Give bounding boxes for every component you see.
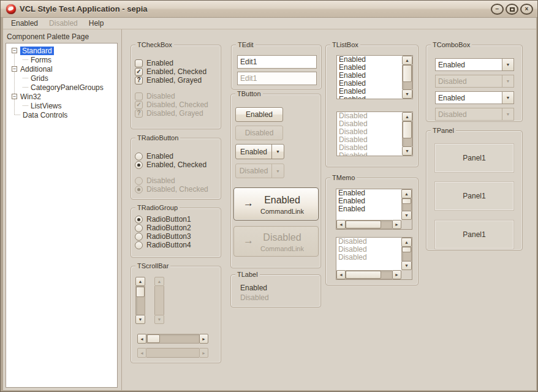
listbox-enabled[interactable]: Enabled Enabled Enabled Enabled Enabled …	[336, 55, 413, 99]
tree-item-additional[interactable]: − Additional	[6, 64, 117, 74]
tree-item-categorypanelgroups[interactable]: CategoryPanelGroups	[6, 83, 117, 92]
radio-checked-icon[interactable]	[135, 216, 143, 224]
scroll-track[interactable]	[135, 286, 145, 315]
checkbox-grayed-icon[interactable]: ?	[135, 77, 143, 85]
vertical-scrollbar-enabled[interactable]: ▲ ▼	[135, 277, 145, 324]
radio-label: RadioButton4	[146, 241, 191, 249]
tree-item-win32[interactable]: − Win32	[6, 92, 117, 101]
checkbox-enabled-checked[interactable]: ✓ Enabled, Checked	[135, 67, 206, 76]
scroll-left-button[interactable]: ◄	[336, 220, 346, 229]
tree-label[interactable]: Standard	[20, 47, 54, 55]
tree-item-data-controls[interactable]: Data Controls	[6, 110, 117, 119]
radiogroup-item-4[interactable]: RadioButton4	[135, 241, 191, 249]
scroll-track[interactable]	[346, 220, 392, 229]
scroll-up-button[interactable]: ▲	[402, 56, 412, 65]
menu-enabled[interactable]: Enabled	[6, 18, 44, 29]
combobox-enabled-2[interactable]: Enabled ▼	[435, 91, 514, 104]
memo-horizontal-scrollbar[interactable]: ◄ ►	[336, 220, 401, 229]
tree-item-standard[interactable]: − Standard	[6, 46, 117, 55]
dropdown-icon: ▼	[506, 79, 510, 83]
close-button[interactable]: ×	[520, 4, 533, 15]
component-tree[interactable]: − Standard Forms − Additional Grids Cate…	[6, 43, 118, 388]
tree-label[interactable]: Data Controls	[23, 111, 67, 119]
arrow-down-icon: ▼	[404, 263, 409, 268]
arrow-up-icon: ▲	[138, 279, 143, 284]
tree-label[interactable]: Additional	[20, 65, 53, 74]
tree-item-forms[interactable]: Forms	[6, 55, 117, 64]
tree-label[interactable]: Forms	[31, 56, 51, 64]
scroll-left-button[interactable]: ◄	[137, 334, 146, 344]
collapse-icon[interactable]: −	[12, 66, 17, 72]
split-button-disabled: Disabled ▼	[235, 164, 284, 178]
combobox-dropdown-button[interactable]: ▼	[502, 92, 513, 104]
combobox-enabled-1[interactable]: Enabled ▼	[435, 58, 514, 71]
combobox-dropdown-button: ▼	[502, 108, 513, 120]
checkbox-enabled[interactable]: Enabled	[135, 59, 173, 67]
scroll-thumb[interactable]	[136, 287, 145, 297]
scroll-down-button[interactable]: ▼	[135, 315, 145, 324]
checkbox-checked-icon: ✓	[135, 101, 143, 109]
panel-2: Panel1	[434, 181, 514, 211]
scroll-left-button: ◄	[336, 270, 346, 279]
button-enabled[interactable]: Enabled	[235, 107, 283, 122]
checkbox-grayed-icon: ?	[135, 110, 143, 118]
radio-icon[interactable]	[135, 224, 143, 232]
menu-disabled: Disabled	[44, 18, 83, 29]
tree-label[interactable]: Win32	[20, 92, 41, 101]
scroll-down-button[interactable]: ▼	[401, 211, 412, 220]
memo-vertical-scrollbar[interactable]: ▲ ▼	[401, 189, 412, 220]
arrow-up-icon: ▲	[404, 192, 409, 196]
menu-help[interactable]: Help	[83, 18, 110, 29]
maximize-button[interactable]	[506, 4, 518, 15]
combobox-value: Disabled	[436, 110, 502, 119]
listbox-scrollbar[interactable]: ▲ ▼	[402, 56, 412, 99]
edit-enabled[interactable]: Edit1	[237, 55, 317, 69]
scroll-down-button[interactable]: ▼	[402, 89, 412, 99]
tree-connector	[23, 78, 28, 78]
minimize-button[interactable]: −	[491, 4, 504, 15]
radiogroup-item-2[interactable]: RadioButton2	[135, 224, 191, 232]
radio-icon[interactable]	[135, 153, 143, 160]
dropdown-icon[interactable]: ▼	[271, 145, 284, 159]
split-button-label: Disabled	[236, 167, 271, 175]
tree-label[interactable]: Grids	[31, 74, 48, 83]
radio-icon[interactable]	[135, 241, 143, 249]
scroll-thumb[interactable]	[346, 221, 381, 228]
scroll-right-button[interactable]: ►	[199, 334, 208, 344]
scroll-track[interactable]	[402, 65, 412, 89]
checkbox-enabled-grayed[interactable]: ? Enabled, Grayed	[135, 76, 202, 85]
memo-text[interactable]: Enabled Enabled Enabled	[336, 189, 401, 220]
checkbox-icon[interactable]	[135, 59, 143, 67]
tree-item-listviews[interactable]: ListViews	[6, 101, 117, 110]
scroll-right-button: ►	[199, 348, 208, 358]
radio-checked-icon[interactable]	[135, 161, 143, 169]
radiogroup-item-1[interactable]: RadioButton1	[135, 215, 191, 224]
radio-icon	[135, 177, 143, 185]
collapse-icon[interactable]: −	[12, 48, 17, 53]
arrow-left-icon: ◄	[339, 222, 343, 227]
scroll-track[interactable]	[146, 334, 199, 344]
scroll-track[interactable]	[401, 198, 412, 211]
scroll-up-button[interactable]: ▲	[135, 277, 145, 286]
tree-label[interactable]: ListViews	[31, 102, 61, 110]
scroll-up-button[interactable]: ▲	[401, 189, 412, 198]
group-tmemo: TMemo Enabled Enabled Enabled ▲ ▼ ◄	[325, 178, 419, 285]
radio-icon[interactable]	[135, 233, 143, 241]
list-item[interactable]: Enabled	[337, 96, 402, 99]
combobox-dropdown-button[interactable]: ▼	[502, 59, 513, 70]
tree-label[interactable]: CategoryPanelGroups	[31, 83, 104, 92]
scroll-thumb[interactable]	[403, 65, 412, 82]
split-button-enabled[interactable]: Enabled ▼	[235, 144, 284, 159]
radiogroup-item-3[interactable]: RadioButton3	[135, 232, 191, 241]
scroll-thumb[interactable]	[402, 198, 411, 204]
scroll-thumb[interactable]	[147, 334, 160, 343]
memo-enabled[interactable]: Enabled Enabled Enabled ▲ ▼ ◄ ►	[336, 189, 412, 230]
scroll-right-button[interactable]: ►	[392, 220, 401, 229]
checkbox-checked-icon[interactable]: ✓	[135, 68, 143, 76]
horizontal-scrollbar-enabled[interactable]: ◄ ►	[137, 334, 208, 344]
radio-enabled-checked[interactable]: Enabled, Checked	[135, 160, 206, 169]
tree-item-grids[interactable]: Grids	[6, 74, 117, 83]
radio-enabled[interactable]: Enabled	[135, 152, 173, 160]
collapse-icon[interactable]: −	[12, 94, 17, 99]
commandlink-enabled[interactable]: → Enabled CommandLink	[233, 187, 319, 221]
